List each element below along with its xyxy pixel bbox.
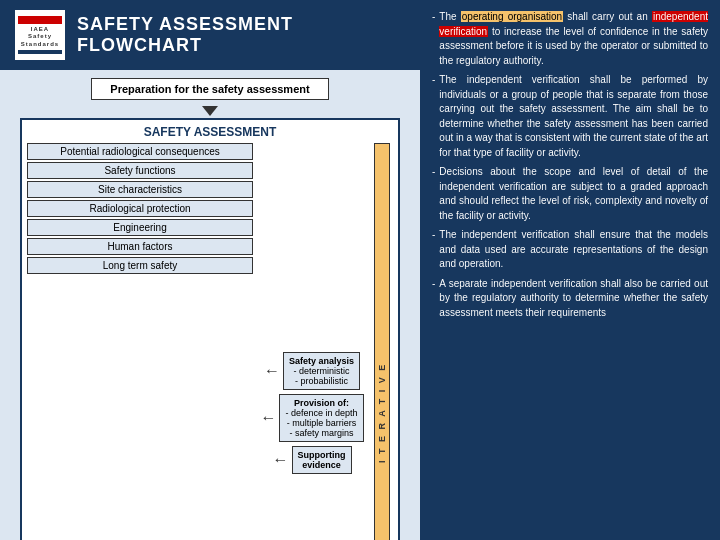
sa-item-4: Engineering (27, 219, 253, 236)
dash-4: - (432, 277, 435, 321)
prep-box: Preparation for the safety assessment (91, 78, 328, 100)
sa-analysis-box: Safety analysis- deterministic- probabil… (283, 352, 360, 390)
sa-item-1: Safety functions (27, 162, 253, 179)
sa-inner: Potential radiological consequences Safe… (27, 143, 393, 540)
arrow-prep-to-sa (202, 106, 218, 116)
bullet-2: - Decisions about the scope and level of… (432, 165, 708, 223)
sa-block: SAFETY ASSESSMENT Potential radiological… (20, 118, 400, 540)
logo-red-bar (18, 16, 62, 24)
sa-item-6: Long term safety (27, 257, 253, 274)
content-area: Preparation for the safety assessment SA… (0, 70, 420, 540)
dash-3: - (432, 228, 435, 272)
bullet-text-4: A separate independent verification shal… (439, 277, 708, 321)
bullet-4: - A separate independent verification sh… (432, 277, 708, 321)
sa-iterative: I T E R A T I V E (371, 143, 393, 540)
dash-0: - (432, 10, 435, 68)
sa-item-2: Site characteristics (27, 181, 253, 198)
logo-bottom (18, 50, 62, 54)
sa-item-3: Radiological protection (27, 200, 253, 217)
iterative-label: I T E R A T I V E (374, 143, 390, 540)
main-container: IAEASafety Standards SAFETY ASSESSMENT F… (0, 0, 720, 540)
left-panel: IAEASafety Standards SAFETY ASSESSMENT F… (0, 0, 420, 540)
bullet-text-0: The operating organisation shall carry o… (439, 10, 708, 68)
header: IAEASafety Standards SAFETY ASSESSMENT F… (0, 0, 420, 70)
bullet-text-2: Decisions about the scope and level of d… (439, 165, 708, 223)
sa-middle: ← Safety analysis- deterministic- probab… (257, 143, 367, 540)
sa-items-list: Potential radiological consequences Safe… (27, 143, 253, 540)
logo-text: IAEASafety Standards (18, 24, 62, 50)
sa-item-0: Potential radiological consequences (27, 143, 253, 160)
iaea-logo-header: IAEASafety Standards (15, 10, 65, 60)
page-title: SAFETY ASSESSMENT FLOWCHART (77, 14, 405, 56)
bullet-0: - The operating organisation shall carry… (432, 10, 708, 68)
sa-title: SAFETY ASSESSMENT (27, 125, 393, 139)
bullet-text-1: The independent verification shall be pe… (439, 73, 708, 160)
dash-1: - (432, 73, 435, 160)
bullet-1: - The independent verification shall be … (432, 73, 708, 160)
bullet-3: - The independent verification shall ens… (432, 228, 708, 272)
sa-provision-box: Provision of:- defence in depth- multipl… (279, 394, 363, 442)
bullet-text-3: The independent verification shall ensur… (439, 228, 708, 272)
right-panel: - The operating organisation shall carry… (420, 0, 720, 540)
sa-supporting-box: Supportingevidence (292, 446, 352, 474)
sa-item-5: Human factors (27, 238, 253, 255)
dash-2: - (432, 165, 435, 223)
